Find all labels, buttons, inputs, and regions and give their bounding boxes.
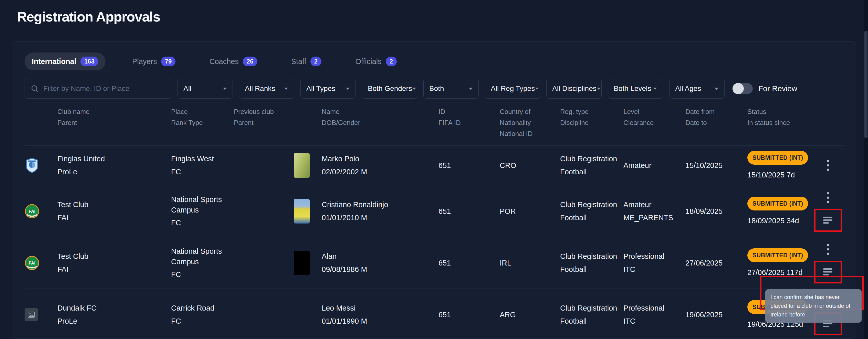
level-cell: Amateur [623,155,685,176]
filter-dropdown-both[interactable]: Both [423,79,479,99]
filter-bar: All All Ranks All Types Both Genders Bot… [25,79,843,99]
previous-club-cell [234,206,294,216]
filter-dropdown-all-reg-types[interactable]: All Reg Types [485,79,540,99]
scrollbar-track[interactable] [864,0,868,339]
tab-staff[interactable]: Staff 2 [284,53,329,70]
tab-label: Officials [355,57,382,66]
search-icon [30,84,39,93]
toggle-knob [733,83,744,94]
note-tooltip: I can confirm she has never played for a… [765,289,862,322]
column-header: Date fromDate to [685,106,747,139]
column-header: Country of NationalityNational ID [500,106,560,139]
kebab-menu-icon[interactable] [823,242,833,256]
tab-coaches[interactable]: Coaches 26 [202,53,264,70]
date-from-cell: 15/10/2025 [685,155,747,176]
filter-dropdown-both-levels[interactable]: Both Levels [608,79,663,99]
chevron-down-icon [714,87,719,90]
notes-icon[interactable] [821,266,835,278]
for-review-toggle[interactable] [733,83,753,94]
id-cell: 651 [438,253,500,273]
dropdown-value: Both Levels [614,85,651,93]
status-badge: SUBMITTED (INT) [747,248,808,262]
status-cell: SUBMITTED (INT) 15/10/2025 7d [747,146,815,185]
tab-count-badge: 26 [243,57,257,66]
table-row[interactable]: FAI Test ClubFAI National Sports CampusF… [25,237,843,288]
date-from-cell: 18/09/2025 [685,201,747,222]
dropdown-value: Both Genders [368,85,412,93]
tab-label: International [32,57,76,66]
registrations-panel: International 163 Players 79 Coaches 26 … [12,41,856,338]
kebab-menu-icon[interactable] [823,158,833,173]
dropdown-value: Both [429,85,444,93]
reg-type-cell: Club RegistrationFootball [560,194,623,228]
search-input[interactable] [43,85,165,93]
name-cell: Cristiano Ronaldinjo01/01/2010 M [322,194,438,228]
place-cell: Carrick RoadFC [171,298,234,331]
date-from-cell: 27/06/2025 [685,253,747,273]
chevron-down-icon [345,87,350,90]
reg-type-cell: Club RegistrationFootball [560,149,623,182]
column-header: Club nameParent [57,106,171,139]
annotation-rectangle-small [814,209,842,232]
annotation-rectangle-small [814,260,842,283]
name-cell: Marko Polo02/02/2002 M [322,149,438,182]
filter-dropdown-all-disciplines[interactable]: All Disciplines [546,79,601,99]
table-row[interactable]: FAI Test ClubFAI National Sports CampusF… [25,185,843,237]
column-header: PlaceRank Type [171,106,234,139]
chevron-down-icon [223,87,227,90]
scrollbar-thumb[interactable] [864,31,867,138]
id-cell: 651 [438,201,500,222]
tab-international[interactable]: International 163 [25,53,105,70]
filter-dropdown-all-ages[interactable]: All Ages [669,79,724,99]
tab-count-badge: 2 [310,57,321,66]
table-body: Finglas UnitedProLe Finglas WestFC Marko… [25,146,843,338]
dropdown-value: All Ranks [245,85,275,93]
tab-officials[interactable]: Officials 2 [348,53,404,70]
club-name-cell: Dundalk FCProLe [57,298,171,331]
tab-bar: International 163 Players 79 Coaches 26 … [25,53,843,70]
svg-text:FAI: FAI [29,209,35,214]
chevron-down-icon [468,87,473,90]
filter-dropdown-all-ranks[interactable]: All Ranks [239,79,294,99]
club-badge-image: FAI [25,204,39,219]
chevron-down-icon [596,87,601,90]
search-box [25,79,172,99]
kebab-menu-icon[interactable] [823,190,833,205]
previous-club-cell [234,160,294,171]
row-actions [815,237,844,288]
notes-icon[interactable] [821,214,835,226]
club-badge-image [25,158,39,173]
status-badge: SUBMITTED (INT) [747,197,808,211]
chevron-down-icon [412,87,416,90]
filter-dropdown-all-types[interactable]: All Types [301,79,356,99]
status-cell: SUBMITTED (INT) 27/06/2025 117d [747,243,815,283]
status-cell: SUBMITTED (INT) 18/09/2025 34d [747,191,815,231]
country-cell: POR [500,201,560,222]
chevron-down-icon [284,87,288,90]
dropdown-value: All Disciplines [552,85,596,93]
column-header: Previous clubParent [234,106,294,139]
reg-type-cell: Club RegistrationFootball [560,298,623,331]
in-status-since: 27/06/2025 117d [747,267,812,278]
club-name-cell: Test ClubFAI [57,194,171,228]
filter-dropdown-all[interactable]: All [178,79,233,99]
top-bar: Registration Approvals [0,0,868,33]
for-review-label: For Review [758,84,797,93]
svg-text:FAI: FAI [29,260,35,266]
dropdown-value: All Reg Types [491,85,535,93]
club-name-cell: Test ClubFAI [57,246,171,280]
column-header: LevelClearance [623,106,685,139]
place-cell: National Sports CampusFC [171,241,234,285]
table-row[interactable]: Finglas UnitedProLe Finglas WestFC Marko… [25,146,843,185]
dropdown-value: All Ages [675,85,701,93]
country-cell: CRO [500,155,560,176]
level-cell: AmateurME_PARENTS [623,194,685,228]
level-cell: ProfessionalITC [623,298,685,331]
table-row[interactable]: Dundalk FCProLe Carrick RoadFC Leo Messi… [25,288,843,338]
column-header: IDFIFA ID [438,106,500,139]
filter-dropdown-both-genders[interactable]: Both Genders [362,79,417,99]
in-status-since: 18/09/2025 34d [747,216,812,226]
page-title: Registration Approvals [17,9,160,25]
tab-players[interactable]: Players 79 [125,53,183,70]
row-actions [815,185,844,237]
